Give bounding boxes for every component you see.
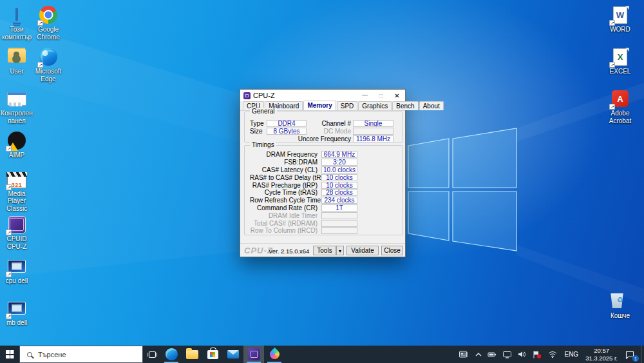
desktop-icon[interactable]: CPUID CPU-Z: [0, 212, 35, 254]
app-icon: [186, 350, 198, 359]
volume-icon[interactable]: [515, 346, 529, 363]
field-value[interactable]: 10.0 clocks: [321, 166, 357, 173]
taskbar-app-button[interactable]: [182, 346, 202, 363]
close-button[interactable]: [389, 90, 405, 101]
tab[interactable]: Bench: [392, 101, 418, 110]
task-view-icon: [147, 350, 158, 359]
clock[interactable]: 20:57 31.3.2025 г.: [582, 347, 621, 362]
system-tray: ENG 20:57 31.3.2025 г. 1: [456, 346, 644, 363]
news-and-interests-icon[interactable]: [456, 346, 472, 363]
desktop-icon[interactable]: Google Chrome: [30, 3, 67, 44]
field-value[interactable]: Single: [353, 120, 393, 127]
taskbar-app-button[interactable]: [243, 346, 264, 363]
titlebar[interactable]: CPU-Z: [240, 90, 405, 101]
field-label: DRAM Idle Timer: [250, 212, 319, 219]
tools-button[interactable]: Tools: [313, 246, 336, 255]
taskbar-app-button[interactable]: [223, 346, 243, 363]
general-right-rows: Channel # Single DC Mode Uncore Frequenc…: [281, 119, 393, 142]
desktop-icon-glyph: [6, 88, 28, 109]
desktop-icon-label: User: [10, 68, 23, 75]
show-desktop-button[interactable]: [641, 346, 644, 363]
display-device-icon[interactable]: [500, 346, 515, 363]
field-value[interactable]: 1T: [321, 204, 357, 211]
action-center-button[interactable]: 1: [621, 346, 641, 363]
field-label: Total CAS# (tRDRAM): [250, 220, 319, 227]
tab[interactable]: Graphics: [358, 101, 392, 110]
app-icon: [248, 348, 260, 360]
shortcut-arrow-icon: [6, 184, 12, 190]
taskbar-app-button[interactable]: [202, 346, 223, 363]
desktop-icon[interactable]: Media Player Classic: [0, 170, 35, 212]
start-button[interactable]: [0, 346, 19, 363]
windows-logo-icon: [6, 350, 14, 358]
cpuz-app-icon: [243, 92, 251, 99]
taskbar-app-button[interactable]: [161, 346, 182, 363]
shortcut-arrow-icon: [6, 146, 12, 152]
timings-group-label: Timings: [250, 141, 276, 148]
validate-button[interactable]: Validate: [346, 246, 379, 255]
timings-rows: DRAM Frequency 664.9 MHz FSB:DRAM 3:20 C…: [250, 151, 397, 235]
desktop-icon[interactable]: WORD: [601, 3, 639, 44]
field-label: Cycle Time (tRAS): [250, 189, 319, 196]
field-value[interactable]: 1196.8 MHz: [353, 135, 393, 142]
taskbar: Търсене: [0, 346, 644, 363]
desktop-icon-label: CPUID CPU-Z: [0, 235, 35, 250]
recycle-bin-icon: [612, 292, 628, 310]
desktop-icon-glyph: [6, 214, 28, 235]
field-label: Row To Column (tRCD): [250, 227, 319, 234]
field-label: RAS# Precharge (tRP): [250, 182, 319, 189]
hidden-icons-chevron[interactable]: [472, 346, 485, 363]
shortcut-arrow-icon: [6, 313, 12, 319]
field-value[interactable]: 234 clocks: [321, 197, 357, 204]
time-text: 20:57: [585, 347, 618, 355]
field-value[interactable]: 664.9 MHz: [321, 151, 357, 158]
field-value[interactable]: 10 clocks: [321, 174, 357, 181]
general-group-label: General: [250, 108, 277, 115]
field-value[interactable]: 3:20: [321, 159, 357, 166]
minimize-button[interactable]: [357, 90, 373, 101]
desktop-icon-glyph: [37, 46, 59, 67]
notification-badge: 1: [632, 355, 639, 362]
shortcut-arrow-icon: [6, 271, 12, 277]
field-value: [321, 227, 357, 234]
desktop-icon-label: WORD: [610, 26, 630, 34]
desktop-icon-label: AIMP: [9, 152, 24, 159]
app-icon: [7, 92, 26, 106]
desktop-icon[interactable]: Microsoft Edge: [30, 44, 67, 86]
task-view-button[interactable]: [143, 346, 161, 363]
tab[interactable]: SPD: [337, 101, 358, 110]
field-value[interactable]: 10 clocks: [321, 182, 357, 189]
security-alert-icon[interactable]: [529, 346, 545, 363]
desktop-icons-column-2: Google Chrome Microsoft Edge: [30, 3, 67, 86]
desktop-icon-recycle-bin[interactable]: Кошче: [601, 289, 639, 331]
battery-icon[interactable]: [485, 346, 500, 363]
desktop-icon-label: Microsoft Edge: [30, 68, 67, 83]
desktop-icon[interactable]: mb dell: [0, 296, 35, 338]
desktop-icon[interactable]: cpu dell: [0, 254, 35, 296]
field-row: CAS# Latency (CL) 10.0 clocks: [250, 166, 397, 174]
taskbar-app-button[interactable]: [264, 346, 285, 363]
app-icon: [267, 348, 281, 361]
search-input[interactable]: Търсене: [19, 346, 143, 363]
language-indicator[interactable]: ENG: [560, 351, 582, 358]
close-window-button[interactable]: Close: [381, 246, 403, 255]
tab[interactable]: About: [419, 101, 444, 110]
desktop-icon-glyph: [609, 5, 631, 25]
field-row: Uncore Frequency 1196.8 MHz: [281, 135, 393, 142]
desktop-icon[interactable]: EXCEL: [601, 44, 639, 86]
tools-dropdown-arrow[interactable]: [336, 246, 344, 255]
desktop-icon-label: Кошче: [611, 312, 630, 320]
window-panes: [408, 128, 516, 251]
desktop-icon[interactable]: Adobe Acrobat: [601, 86, 639, 128]
desktop-icon[interactable]: Контролен панел: [0, 86, 35, 128]
field-value[interactable]: 28 clocks: [321, 189, 357, 196]
shortcut-arrow-icon: [609, 20, 615, 26]
tab[interactable]: Memory: [303, 101, 336, 110]
network-wifi-icon[interactable]: [545, 346, 560, 363]
maximize-button-disabled: [373, 90, 389, 101]
version-text: Ver. 2.15.0.x64: [269, 248, 309, 255]
desktop-icon[interactable]: AIMP: [0, 128, 35, 170]
desktop-icon-glyph: [6, 130, 28, 151]
field-value: [321, 212, 357, 219]
field-label: RAS# to CAS# Delay (tRCD): [250, 174, 319, 181]
